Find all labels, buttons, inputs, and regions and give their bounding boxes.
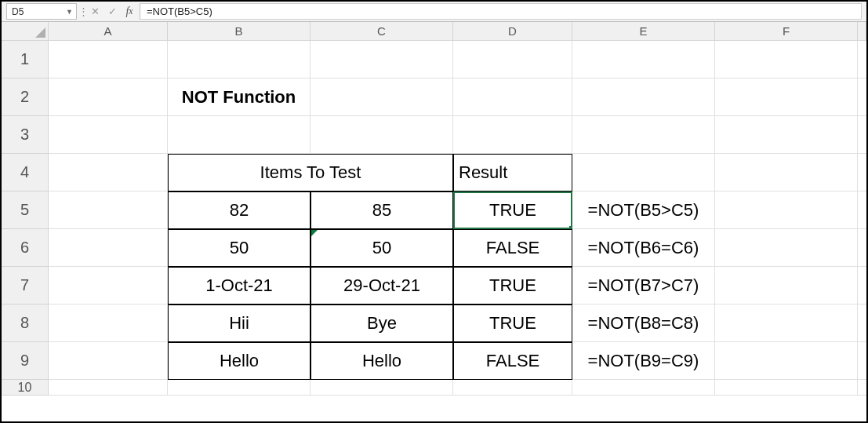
cell-A5[interactable] <box>49 191 168 229</box>
row-header-6[interactable]: 6 <box>2 229 49 267</box>
cell-A9[interactable] <box>49 342 168 380</box>
cell-E8-formula[interactable]: =NOT(B8=C8) <box>572 304 715 342</box>
cell-edge-1 <box>858 41 868 78</box>
cell-B3[interactable] <box>168 116 311 154</box>
cell-D6[interactable]: FALSE <box>453 229 572 267</box>
cell-C9[interactable]: Hello <box>311 342 453 380</box>
cell-D5[interactable]: TRUE <box>453 191 572 229</box>
cell-A1[interactable] <box>49 41 168 78</box>
cell-C5[interactable]: 85 <box>311 191 453 229</box>
cell-A2[interactable] <box>49 78 168 116</box>
cell-D9[interactable]: FALSE <box>453 342 572 380</box>
fx-icon[interactable]: fx <box>121 2 138 21</box>
row-header-2[interactable]: 2 <box>2 78 49 116</box>
row-header-3[interactable]: 3 <box>2 116 49 154</box>
col-header-B[interactable]: B <box>168 22 311 41</box>
excel-window: D5 ▼ ⋮ ✕ ✓ fx =NOT(B5>C5) A B C D E F 1 … <box>0 0 868 423</box>
cell-C8[interactable]: Bye <box>311 304 453 342</box>
cell-E1[interactable] <box>572 41 715 78</box>
cell-F9[interactable] <box>715 342 858 380</box>
name-box-value: D5 <box>12 6 24 17</box>
row-header-7[interactable]: 7 <box>2 267 49 304</box>
chevron-down-icon: ▼ <box>66 8 73 16</box>
cell-B7[interactable]: 1-Oct-21 <box>168 267 311 304</box>
cell-E3[interactable] <box>572 116 715 154</box>
cell-A10[interactable] <box>49 380 168 396</box>
formula-text: =NOT(B5>C5) <box>147 5 212 17</box>
cell-D7[interactable]: TRUE <box>453 267 572 304</box>
cell-F6[interactable] <box>715 229 858 267</box>
cell-D10[interactable] <box>453 380 572 396</box>
col-header-F[interactable]: F <box>715 22 858 41</box>
cell-A7[interactable] <box>49 267 168 304</box>
cell-E7-formula[interactable]: =NOT(B7>C7) <box>572 267 715 304</box>
cell-B1[interactable] <box>168 41 311 78</box>
row-header-1[interactable]: 1 <box>2 41 49 78</box>
cell-F2[interactable] <box>715 78 858 116</box>
cell-A4[interactable] <box>49 154 168 191</box>
cell-edge-2 <box>858 78 868 116</box>
cell-edge-5 <box>858 191 868 229</box>
cell-C10[interactable] <box>311 380 453 396</box>
cell-F5[interactable] <box>715 191 858 229</box>
cell-F8[interactable] <box>715 304 858 342</box>
col-header-C[interactable]: C <box>311 22 453 41</box>
cell-B5[interactable]: 82 <box>168 191 311 229</box>
cell-D2[interactable] <box>453 78 572 116</box>
cell-F3[interactable] <box>715 116 858 154</box>
table-header-items[interactable]: Items To Test <box>168 154 453 191</box>
cancel-icon[interactable]: ✕ <box>86 2 104 21</box>
cell-E9-formula[interactable]: =NOT(B9=C9) <box>572 342 715 380</box>
cell-C1[interactable] <box>311 41 453 78</box>
formula-bar: D5 ▼ ⋮ ✕ ✓ fx =NOT(B5>C5) <box>2 2 866 22</box>
cell-edge-8 <box>858 304 868 342</box>
cell-edge-6 <box>858 229 868 267</box>
col-header-edge <box>858 22 866 41</box>
cell-B8[interactable]: Hii <box>168 304 311 342</box>
cell-E2[interactable] <box>572 78 715 116</box>
cell-E6-formula[interactable]: =NOT(B6=C6) <box>572 229 715 267</box>
cell-edge-3 <box>858 116 868 154</box>
cell-E5-formula[interactable]: =NOT(B5>C5) <box>572 191 715 229</box>
cell-D3[interactable] <box>453 116 572 154</box>
cell-E10[interactable] <box>572 380 715 396</box>
row-header-9[interactable]: 9 <box>2 342 49 380</box>
cell-edge-7 <box>858 267 868 304</box>
row-header-8[interactable]: 8 <box>2 304 49 342</box>
cell-B9[interactable]: Hello <box>168 342 311 380</box>
cell-C7[interactable]: 29-Oct-21 <box>311 267 453 304</box>
cell-F7[interactable] <box>715 267 858 304</box>
select-all-button[interactable] <box>2 22 49 41</box>
formula-input[interactable]: =NOT(B5>C5) <box>140 3 862 20</box>
cell-C3[interactable] <box>311 116 453 154</box>
row-header-4[interactable]: 4 <box>2 154 49 191</box>
cell-B2-title[interactable]: NOT Function <box>168 78 311 116</box>
cell-A6[interactable] <box>49 229 168 267</box>
col-header-A[interactable]: A <box>49 22 168 41</box>
cell-edge-9 <box>858 342 868 380</box>
cell-edge-4 <box>858 154 868 191</box>
spreadsheet-grid[interactable]: A B C D E F 1 2 NOT Function 3 <box>2 22 866 396</box>
col-header-E[interactable]: E <box>572 22 715 41</box>
cell-B10[interactable] <box>168 380 311 396</box>
cell-D1[interactable] <box>453 41 572 78</box>
cell-B6[interactable]: 50 <box>168 229 311 267</box>
cell-edge-10 <box>858 380 868 396</box>
cell-A3[interactable] <box>49 116 168 154</box>
cell-F1[interactable] <box>715 41 858 78</box>
cell-F10[interactable] <box>715 380 858 396</box>
cell-D8[interactable]: TRUE <box>453 304 572 342</box>
cell-E4[interactable] <box>572 154 715 191</box>
col-header-D[interactable]: D <box>453 22 572 41</box>
table-header-result[interactable]: Result <box>453 154 572 191</box>
cell-A8[interactable] <box>49 304 168 342</box>
row-header-10[interactable]: 10 <box>2 380 49 396</box>
name-box[interactable]: D5 ▼ <box>6 3 77 20</box>
cell-C2[interactable] <box>311 78 453 116</box>
confirm-icon[interactable]: ✓ <box>104 2 121 21</box>
row-header-5[interactable]: 5 <box>2 191 49 229</box>
separator-icon: ⋮ <box>80 2 86 21</box>
cell-C6[interactable]: 50 <box>311 229 453 267</box>
cell-F4[interactable] <box>715 154 858 191</box>
